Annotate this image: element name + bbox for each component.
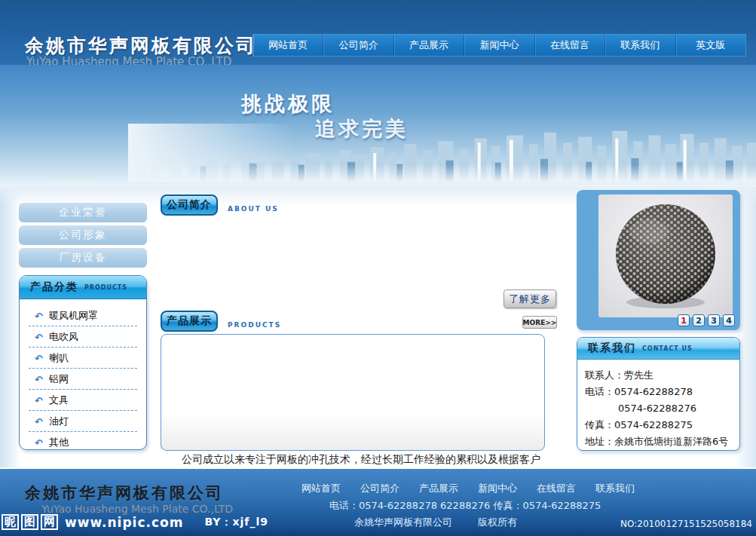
contact-person: 联系人：劳先生: [585, 367, 732, 384]
tab-products[interactable]: 产品展示: [161, 311, 218, 332]
contact-info: 联系人：劳先生 电话：0574-62288278 0574-62288276 传…: [577, 360, 739, 450]
watermark-logo-char: 图: [21, 514, 38, 530]
sidebar-button-factory[interactable]: 厂房设备: [19, 248, 147, 268]
about-en-label: ABOUT US: [228, 205, 279, 213]
product-gallery-panel: 1 2 3 4: [577, 190, 740, 330]
page-button-4[interactable]: 4: [723, 314, 735, 326]
curved-arrow-icon: ↶: [35, 353, 43, 364]
contact-fax: 传真：0574-62288275: [585, 417, 732, 433]
sidebar-button-image[interactable]: 公司形象: [19, 225, 147, 245]
category-label: 喇叭: [49, 351, 69, 365]
nav-item-contact[interactable]: 联系我们: [605, 35, 675, 56]
products-en-label: PRODUCTS: [228, 321, 281, 329]
nav-item-news[interactable]: 新闻中心: [464, 35, 534, 56]
nipic-watermark: 昵 图 网 www.nipic.com BY：xjf_l9: [2, 514, 268, 530]
footer-phone-line: 电话：0574-62288278 62288276 传真：0574-622882…: [329, 499, 601, 513]
skyline-fade-overlay: [128, 124, 294, 182]
category-item-heater-mesh[interactable]: ↶ 暖风机网罩: [29, 305, 137, 326]
product-category-panel: 产品分类 PRODUCTS ↶ 暖风机网罩 ↶ 电吹风 ↶ 喇叭 ↶ 铝网 ↶: [19, 275, 147, 450]
page-button-2[interactable]: 2: [693, 314, 705, 326]
product-category-title: 产品分类: [30, 280, 78, 294]
contact-panel: 联系我们 CONTACT US 联系人：劳先生 电话：0574-62288278…: [577, 337, 740, 451]
hero-banner: 挑战极限 追求完美: [0, 65, 756, 187]
product-category-list: ↶ 暖风机网罩 ↶ 电吹风 ↶ 喇叭 ↶ 铝网 ↶ 文具 ↶ 油灯: [20, 299, 146, 450]
curved-arrow-icon: ↶: [35, 437, 43, 449]
watermark-author: BY：xjf_l9: [204, 516, 268, 529]
category-label: 油灯: [49, 415, 69, 428]
tab-about[interactable]: 公司简介: [161, 194, 218, 216]
footer-nav-news[interactable]: 新闻中心: [478, 482, 517, 495]
footer-nav-products[interactable]: 产品展示: [419, 482, 458, 495]
watermark-logo-char: 昵: [2, 514, 19, 530]
footer-copyright-suffix: 版权所有: [478, 516, 517, 528]
page-button-3[interactable]: 3: [708, 314, 720, 326]
footer-nav-home[interactable]: 网站首页: [301, 482, 341, 495]
category-item-speaker[interactable]: ↶ 喇叭: [29, 348, 137, 369]
products-display-box: [161, 334, 545, 451]
category-item-hairdryer[interactable]: ↶ 电吹风: [29, 326, 137, 348]
category-label: 电吹风: [49, 330, 78, 344]
footer-nav-feedback[interactable]: 在线留言: [537, 482, 576, 495]
page-button-1[interactable]: 1: [678, 314, 690, 326]
curved-arrow-icon: ↶: [35, 332, 43, 343]
footer-company-title: 余姚市华声网板有限公司: [25, 482, 224, 504]
category-label: 其他: [49, 436, 69, 449]
category-label: 暖风机网罩: [49, 309, 98, 323]
site-header: 余姚市华声网板有限公司 YuYao Huasheng Mesh Plate CO…: [0, 0, 756, 65]
curved-arrow-icon: ↶: [35, 374, 43, 385]
contact-header: 联系我们 CONTACT US: [577, 338, 739, 360]
sidebar-button-honors[interactable]: 企业荣誉: [19, 203, 147, 222]
category-item-aluminum-mesh[interactable]: ↶ 铝网: [29, 369, 137, 390]
contact-title: 联系我们: [588, 342, 636, 355]
footer-serial-number: NO:20100127151525058184: [620, 519, 752, 529]
product-photo: [598, 194, 733, 317]
more-button[interactable]: MORE>>: [522, 316, 557, 329]
curved-arrow-icon: ↶: [35, 311, 43, 322]
footer-company-subtitle: YuYao Huasheng Mesh Plate CO.,LTD: [41, 503, 233, 515]
learn-more-button[interactable]: 了解更多: [503, 289, 556, 308]
watermark-url: www.nipic.com: [65, 515, 183, 530]
category-item-other[interactable]: ↶ 其他: [29, 432, 137, 450]
category-label: 文具: [49, 394, 69, 407]
contact-phone-1: 电话：0574-62288278: [585, 384, 732, 400]
curved-arrow-icon: ↶: [35, 416, 43, 427]
nav-item-products[interactable]: 产品展示: [394, 35, 464, 56]
curved-arrow-icon: ↶: [35, 395, 43, 406]
banner-slogan-line1: 挑战极限: [241, 90, 335, 118]
watermark-logo-char: 网: [41, 514, 58, 530]
footer-nav: 网站首页 公司简介 产品展示 新闻中心 在线留言 联系我们: [301, 482, 635, 495]
category-item-oil-lamp[interactable]: ↶ 油灯: [29, 411, 137, 432]
gallery-pagination: 1 2 3 4: [678, 314, 735, 326]
contact-phone-2: 0574-62288276: [585, 400, 732, 417]
page: 余姚市华声网板有限公司 YuYao Huasheng Mesh Plate CO…: [0, 0, 756, 536]
category-label: 铝网: [49, 372, 69, 386]
main-nav: 网站首页 公司简介 产品展示 新闻中心 在线留言 联系我们 英文版: [253, 34, 746, 57]
nav-item-home[interactable]: 网站首页: [253, 35, 323, 56]
site-footer: 余姚市华声网板有限公司 YuYao Huasheng Mesh Plate CO…: [0, 469, 756, 536]
contact-address: 地址：余姚市低塘街道新洋路6号: [585, 433, 732, 450]
footer-nav-contact[interactable]: 联系我们: [595, 482, 635, 495]
mesh-dome-image: [605, 200, 726, 313]
contact-subtitle: CONTACT US: [642, 345, 693, 352]
product-category-subtitle: PRODUCTS: [84, 284, 127, 291]
category-item-stationery[interactable]: ↶ 文具: [29, 390, 137, 411]
product-category-header: 产品分类 PRODUCTS: [20, 276, 146, 299]
footer-copyright-name: 余姚华声网板有限公司: [354, 516, 452, 528]
nav-item-english[interactable]: 英文版: [676, 35, 745, 56]
nav-item-feedback[interactable]: 在线留言: [535, 35, 605, 56]
footer-copyright: 余姚华声网板有限公司版权所有: [354, 516, 517, 529]
main-content: 企业荣誉 公司形象 厂房设备 产品分类 PRODUCTS ↶ 暖风机网罩 ↶ 电…: [0, 187, 756, 467]
nav-item-about[interactable]: 公司简介: [323, 35, 393, 56]
footer-nav-about[interactable]: 公司简介: [360, 482, 399, 495]
banner-slogan-line2: 追求完美: [315, 115, 409, 142]
